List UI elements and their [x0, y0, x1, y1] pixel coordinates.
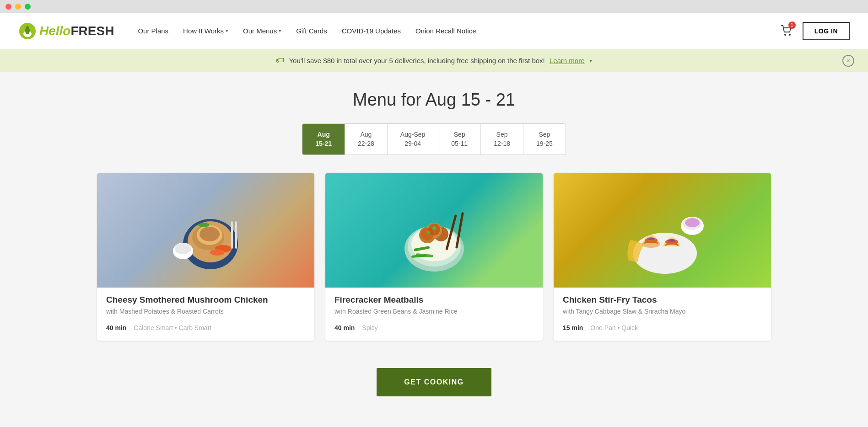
svg-point-31	[432, 226, 436, 230]
cart-button[interactable]: 1	[781, 24, 793, 38]
date-tab-sep-19-25[interactable]: Sep 19-25	[523, 124, 566, 155]
recipe-time-2: 40 min	[334, 324, 355, 331]
date-tabs: Aug 15-21 Aug 22-28 Aug-Sep 29-04 Sep 05…	[0, 123, 868, 155]
recipe-subtitle-2: with Roasted Green Beans & Jasmine Rice	[334, 308, 534, 315]
recipe-card-chicken-stir-fry-tacos[interactable]: Chicken Stir-Fry Tacos with Tangy Cabbag…	[554, 173, 771, 341]
svg-point-5	[789, 34, 791, 36]
maximize-button[interactable]	[25, 4, 31, 10]
svg-point-4	[784, 34, 786, 36]
recipe-tags-3: One Pan • Quick	[590, 324, 638, 331]
nav-gift-cards[interactable]: Gift Cards	[291, 23, 333, 38]
date-tabs-container: Aug 15-21 Aug 22-28 Aug-Sep 29-04 Sep 05…	[302, 123, 566, 155]
nav-onion-recall[interactable]: Onion Recall Notice	[410, 23, 482, 38]
logo-icon	[18, 22, 37, 40]
svg-rect-14	[235, 221, 237, 249]
how-it-works-chevron: ▾	[226, 28, 228, 34]
recipe-body-2: Firecracker Meatballs with Roasted Green…	[325, 288, 543, 341]
recipe-image-3	[554, 173, 771, 288]
svg-point-39	[668, 239, 675, 242]
titlebar	[0, 0, 868, 13]
recipe-subtitle-3: with Tangy Cabbage Slaw & Sriracha Mayo	[563, 308, 762, 315]
date-tab-sep-12-18[interactable]: Sep 12-18	[481, 124, 523, 155]
minimize-button[interactable]	[15, 4, 21, 10]
nav-our-plans[interactable]: Our Plans	[132, 23, 174, 38]
recipe-body-1: Cheesy Smothered Mushroom Chicken with M…	[97, 288, 314, 341]
recipe-title-1: Cheesy Smothered Mushroom Chicken	[106, 295, 305, 305]
svg-point-33	[633, 233, 697, 274]
navbar: HelloFRESH Our Plans How It Works ▾ Our …	[0, 13, 868, 49]
recipe-tags-2: Spicy	[362, 324, 377, 331]
promo-text: You'll save $80 in total over your 5 del…	[289, 57, 545, 64]
date-tab-aug-15-21[interactable]: Aug 15-21	[302, 124, 345, 155]
recipe-image-1	[97, 173, 314, 288]
date-tab-aug-sep-29-04[interactable]: Aug-Sep 29-04	[388, 124, 438, 155]
svg-point-3	[26, 26, 29, 29]
logo[interactable]: HelloFRESH	[18, 22, 114, 40]
svg-rect-13	[231, 221, 233, 249]
recipe-body-3: Chicken Stir-Fry Tacos with Tangy Cabbag…	[554, 288, 771, 341]
recipe-card-firecracker-meatballs[interactable]: Firecracker Meatballs with Roasted Green…	[325, 173, 543, 341]
recipe-meta-3: 15 min One Pan • Quick	[563, 324, 762, 331]
login-button[interactable]: LOG IN	[803, 22, 850, 40]
recipe-title-3: Chicken Stir-Fry Tacos	[563, 295, 762, 305]
recipe-meta-2: 40 min Spicy	[334, 324, 534, 331]
nav-covid-updates[interactable]: COVID-19 Updates	[336, 23, 406, 38]
recipe-meta-1: 40 min Calorie Smart • Carb Smart	[106, 324, 305, 331]
promo-close-button[interactable]: ×	[842, 55, 854, 67]
learn-more-link[interactable]: Learn more	[550, 57, 585, 64]
recipe-image-2	[325, 173, 543, 288]
cart-badge: 1	[788, 21, 796, 29]
main-content: Menu for Aug 15 - 21 Aug 15-21 Aug 22-28…	[0, 72, 868, 427]
cta-section: GET COOKING	[0, 359, 868, 415]
date-tab-sep-05-11[interactable]: Sep 05-11	[438, 124, 481, 155]
svg-point-42	[685, 218, 700, 227]
svg-point-10	[199, 227, 220, 241]
recipe-time-3: 15 min	[563, 324, 583, 331]
svg-point-32	[427, 231, 430, 234]
logo-text: HelloFRESH	[39, 24, 114, 38]
learn-more-chevron: ▾	[589, 58, 592, 64]
promo-banner: 🏷 You'll save $80 in total over your 5 d…	[0, 49, 868, 72]
get-cooking-button[interactable]: GET COOKING	[377, 368, 491, 396]
date-tab-aug-22-28[interactable]: Aug 22-28	[345, 124, 388, 155]
recipe-grid: Cheesy Smothered Mushroom Chicken with M…	[0, 173, 868, 341]
nav-links: Our Plans How It Works ▾ Our Menus ▾ Gif…	[132, 23, 780, 38]
svg-point-12	[210, 249, 225, 256]
svg-point-37	[647, 237, 655, 240]
recipe-title-2: Firecracker Meatballs	[334, 295, 534, 305]
nav-our-menus[interactable]: Our Menus ▾	[237, 23, 287, 38]
recipe-card-cheesy-mushroom-chicken[interactable]: Cheesy Smothered Mushroom Chicken with M…	[97, 173, 314, 341]
nav-how-it-works[interactable]: How It Works ▾	[178, 23, 234, 38]
recipe-tags-1: Calorie Smart • Carb Smart	[134, 324, 211, 331]
our-menus-chevron: ▾	[279, 28, 281, 34]
svg-point-17	[198, 223, 209, 227]
recipe-subtitle-1: with Mashed Potatoes & Roasted Carrots	[106, 308, 305, 315]
svg-point-16	[175, 243, 191, 254]
navbar-right: 1 LOG IN	[781, 22, 850, 40]
promo-tag-icon: 🏷	[276, 56, 284, 65]
menu-title: Menu for Aug 15 - 21	[0, 90, 868, 110]
recipe-time-1: 40 min	[106, 324, 126, 331]
close-button[interactable]	[5, 4, 11, 10]
